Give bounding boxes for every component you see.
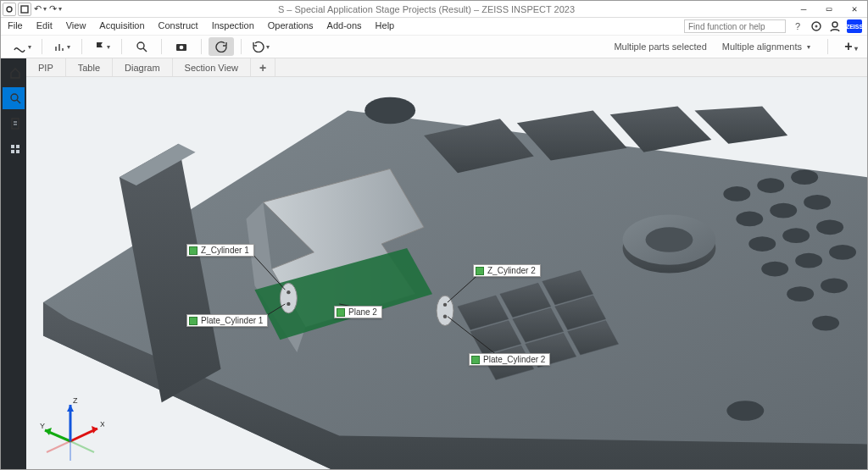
menu-view[interactable]: View: [59, 18, 93, 35]
svg-point-39: [757, 178, 784, 193]
camera-icon[interactable]: [169, 37, 194, 56]
annotation-z-cylinder-1[interactable]: Z_Cylinder 1: [186, 244, 254, 257]
svg-point-54: [364, 97, 415, 124]
sidebar-grid[interactable]: [3, 138, 25, 160]
app-icon[interactable]: [3, 3, 16, 16]
sidebar: [1, 58, 26, 469]
menu-addons[interactable]: Add-ons: [320, 18, 369, 35]
svg-point-58: [287, 302, 290, 306]
svg-rect-9: [12, 119, 19, 129]
main-area: PIP Table Diagram Section View +: [26, 58, 867, 469]
help-icon[interactable]: ?: [791, 19, 804, 33]
menu-acquisition[interactable]: Acquisition: [92, 18, 151, 35]
feature-icon: [476, 267, 484, 275]
svg-point-8: [11, 94, 18, 101]
workflow-icon[interactable]: ▾: [9, 37, 35, 56]
annotation-plate-cylinder-2[interactable]: Plate_Cylinder 2: [469, 353, 550, 366]
svg-point-42: [770, 203, 797, 218]
svg-point-37: [646, 227, 693, 252]
workspace: PIP Table Diagram Section View +: [1, 58, 867, 469]
toolbar: ▾ ▾ ▾ ▾ Multiple parts selected Multiple…: [1, 35, 867, 58]
maximize-button[interactable]: ▭: [816, 1, 842, 18]
tab-pip[interactable]: PIP: [26, 58, 66, 76]
orientation-triad[interactable]: X Y Z: [36, 395, 104, 462]
svg-point-40: [791, 169, 818, 185]
zoom-icon[interactable]: [129, 37, 154, 56]
svg-point-48: [795, 253, 822, 268]
svg-point-43: [804, 195, 831, 210]
svg-point-47: [761, 262, 788, 277]
flag-icon[interactable]: ▾: [89, 37, 114, 56]
svg-point-3: [815, 25, 818, 28]
annotation-label: Z_Cylinder 2: [487, 266, 536, 275]
svg-point-46: [816, 219, 843, 235]
tab-diagram[interactable]: Diagram: [113, 58, 173, 76]
svg-point-38: [723, 186, 750, 202]
title-bar: ↶▾ ↷▾ S – Special Application Stage Proj…: [1, 1, 867, 18]
svg-point-49: [829, 245, 856, 260]
redo-loop-icon[interactable]: ▾: [248, 37, 274, 56]
svg-point-4: [832, 22, 837, 27]
svg-point-44: [748, 236, 776, 252]
sidebar-doc[interactable]: [3, 113, 25, 135]
svg-point-50: [787, 286, 814, 301]
svg-rect-12: [11, 150, 14, 153]
svg-point-56: [437, 296, 453, 325]
svg-point-59: [443, 303, 447, 307]
refresh-icon[interactable]: [209, 37, 234, 56]
menu-help[interactable]: Help: [369, 18, 402, 35]
sidebar-search[interactable]: [3, 87, 25, 109]
axis-y-label: Y: [40, 422, 45, 430]
feature-icon: [471, 356, 480, 364]
sidebar-home[interactable]: [3, 62, 25, 84]
undo-icon[interactable]: ↶▾: [33, 3, 47, 16]
svg-rect-11: [16, 145, 19, 148]
chart-icon[interactable]: ▾: [49, 37, 75, 56]
save-icon[interactable]: [18, 3, 31, 16]
tabstrip: PIP Table Diagram Section View +: [26, 58, 867, 77]
settings-icon[interactable]: [810, 19, 823, 33]
svg-point-0: [7, 7, 12, 12]
annotation-z-cylinder-2[interactable]: Z_Cylinder 2: [473, 264, 541, 277]
svg-point-5: [137, 42, 144, 49]
svg-rect-13: [16, 150, 19, 153]
svg-line-72: [47, 441, 70, 452]
search-input[interactable]: [684, 19, 786, 33]
alignments-label[interactable]: Multiple alignments▾: [719, 41, 814, 52]
menu-inspection[interactable]: Inspection: [205, 18, 261, 35]
menu-operations[interactable]: Operations: [261, 18, 320, 35]
svg-point-41: [736, 212, 763, 227]
svg-point-51: [821, 278, 848, 293]
feature-icon: [189, 317, 198, 325]
svg-point-45: [782, 228, 810, 243]
close-button[interactable]: ✕: [842, 1, 867, 18]
menu-construct[interactable]: Construct: [152, 18, 205, 35]
annotation-label: Plate_Cylinder 2: [483, 355, 545, 364]
annotation-label: Plane 2: [348, 307, 377, 317]
svg-rect-10: [11, 145, 14, 148]
parts-selected-label[interactable]: Multiple parts selected: [610, 41, 709, 52]
redo-icon[interactable]: ↷▾: [48, 3, 62, 16]
user-icon[interactable]: [828, 19, 842, 33]
tab-section[interactable]: Section View: [173, 58, 251, 76]
tab-add[interactable]: +: [251, 58, 275, 76]
svg-marker-71: [67, 405, 74, 412]
annotation-label: Z_Cylinder 1: [201, 246, 249, 255]
svg-point-60: [443, 315, 447, 318]
svg-point-52: [812, 316, 839, 331]
axis-z-label: Z: [73, 396, 78, 405]
svg-point-57: [287, 290, 290, 294]
svg-line-73: [70, 441, 94, 452]
axis-x-label: X: [100, 420, 104, 429]
annotation-plane-2[interactable]: Plane 2: [334, 306, 382, 318]
viewport-3d[interactable]: Z_Cylinder 1 Plate_Cylinder 1 Plane 2 Z_…: [26, 77, 867, 469]
tab-table[interactable]: Table: [66, 58, 113, 76]
add-button[interactable]: +▾: [842, 39, 860, 54]
menu-edit[interactable]: Edit: [30, 18, 59, 35]
minimize-button[interactable]: —: [791, 1, 816, 18]
svg-point-53: [726, 401, 764, 421]
feature-icon: [337, 308, 345, 317]
annotation-plate-cylinder-1[interactable]: Plate_Cylinder 1: [186, 314, 268, 327]
menu-file[interactable]: File: [1, 18, 30, 35]
feature-icon: [189, 246, 198, 255]
